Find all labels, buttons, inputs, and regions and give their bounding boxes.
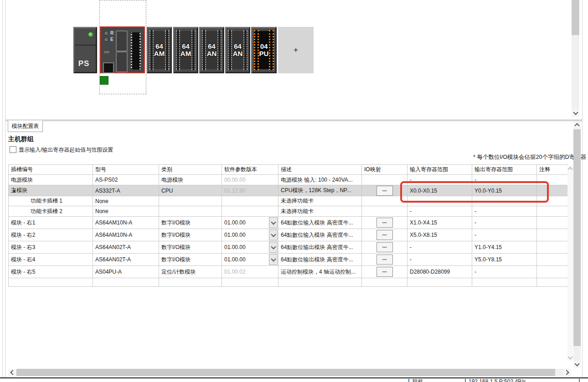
cell-version: 01.12.80: [224, 188, 246, 194]
panel-splitter[interactable]: [5, 120, 582, 120]
cell-category: 电源模块: [159, 175, 222, 185]
terminal-pins-icon: [176, 30, 180, 70]
tab-label: 模块配置表: [12, 122, 39, 130]
table-row-card-slot1[interactable]: 功能卡插槽 1 None 未选择功能卡 - -: [9, 196, 568, 206]
cpu-module[interactable]: R E: [100, 26, 145, 73]
cell-slot: 模块 - 右4: [9, 254, 93, 266]
scrollbar-thumb[interactable]: [573, 129, 581, 346]
cell-input-range: -: [407, 254, 472, 266]
version-dropdown[interactable]: [269, 217, 278, 228]
io-mapping-button[interactable]: ...: [377, 218, 393, 228]
chevron-down-icon: [271, 244, 276, 249]
chevron-right-icon: [564, 370, 569, 375]
io-mapping-button[interactable]: ...: [377, 242, 393, 252]
power-supply-module[interactable]: PS: [73, 27, 97, 73]
version-dropdown[interactable]: [269, 229, 278, 240]
cell-output-range: Y1.0-Y4.15: [472, 241, 537, 254]
col-header-model[interactable]: 型号: [93, 165, 159, 175]
scroll-down-button[interactable]: [573, 361, 581, 368]
status-green-square: [100, 76, 108, 85]
table-row-power[interactable]: 电源模块 AS-PS02 电源模块 00.00.00 电源模块 输入: 100 …: [9, 175, 568, 185]
expander-icon[interactable]: [12, 189, 15, 193]
cell-comment: [537, 254, 568, 266]
table-row-right2[interactable]: 模块 - 右2 AS64AM10N-A 数字I/O模块 01.00.00 64點…: [9, 229, 568, 241]
io-module-right4[interactable]: 64AN: [225, 27, 250, 73]
table-row-empty[interactable]: [9, 278, 568, 287]
add-module-slot[interactable]: +: [278, 27, 314, 73]
horizontal-scrollbar[interactable]: [8, 369, 571, 376]
col-header-comment[interactable]: 注释: [537, 165, 568, 175]
table-row-cpu-selected[interactable]: 主模块 AS332T-A CPU 01.12.80 CPU模块，128K Ste…: [9, 185, 568, 196]
cell-slot: [9, 278, 93, 287]
table-row-right1[interactable]: 模块 - 右1 AS64AM10N-A 数字I/O模块 01.00.00 64點…: [9, 217, 568, 229]
cell-description: 未选择功能卡: [279, 196, 362, 206]
scroll-left-button[interactable]: [8, 369, 16, 376]
tabstrip-line: [5, 121, 582, 121]
io-module-right2[interactable]: 64AM: [173, 27, 198, 73]
terminal-pins-icon: [228, 30, 232, 70]
cell-comment: [537, 241, 568, 254]
cell-input-range: -: [407, 241, 472, 254]
io-mapping-button[interactable]: ...: [377, 230, 393, 240]
cell-version: [222, 278, 279, 287]
table-row-right3[interactable]: 模块 - 右3 AS64AN02T-A 数字I/O模块 01.00.00 64點…: [9, 241, 568, 254]
cell-output-range: -: [472, 266, 537, 278]
version-dropdown[interactable]: [269, 242, 278, 253]
cell-model: [93, 278, 159, 287]
version-dropdown[interactable]: [269, 254, 278, 265]
module-face-label: 64AM: [154, 43, 165, 57]
scrollbar-thumb[interactable]: [16, 369, 555, 376]
cell-slot: 模块 - 右3: [9, 241, 93, 254]
col-header-version[interactable]: 软件参数版本: [222, 165, 279, 175]
col-header-output-range[interactable]: 输出寄存器范围: [472, 165, 537, 175]
chevron-left-icon: [10, 370, 15, 375]
terminal-pins-icon: [150, 30, 154, 70]
scroll-down-button[interactable]: [572, 109, 579, 117]
terminal-pins-icon: [254, 30, 259, 70]
cell-comment: [537, 229, 568, 241]
chevron-down-icon: [271, 256, 276, 261]
show-register-range-checkbox[interactable]: [10, 146, 16, 153]
panel-vertical-scrollbar[interactable]: [573, 121, 581, 368]
col-header-io-mapping[interactable]: IO映射: [362, 165, 407, 175]
rack-vertical-scrollbar[interactable]: [572, 0, 579, 117]
positioning-module-right5[interactable]: 04PU: [251, 27, 277, 73]
group-title: 主机群组: [8, 135, 34, 143]
cpu-switch-mark: [104, 51, 109, 53]
io-mapping-button[interactable]: ...: [377, 186, 393, 196]
table-vertical-scrollbar[interactable]: [567, 165, 573, 361]
scrollbar-thumb[interactable]: [572, 0, 579, 35]
cell-input-range: -: [407, 175, 472, 185]
cell-output-range: -: [472, 206, 537, 217]
scroll-up-button[interactable]: [567, 165, 573, 172]
chevron-down-icon: [271, 232, 276, 237]
run-led-label: R: [110, 31, 113, 36]
io-mapping-button[interactable]: ...: [377, 267, 393, 277]
cell-io-mapping: [362, 175, 407, 185]
table-row-card-slot2[interactable]: 功能卡插槽 2 None 未选择功能卡 - -: [9, 206, 568, 217]
col-header-description[interactable]: 描述: [279, 165, 362, 175]
col-header-input-range[interactable]: 输入寄存器范围: [407, 165, 472, 175]
cell-output-range: Y5.0-Y8.15: [472, 254, 537, 266]
scroll-up-button[interactable]: [573, 121, 581, 128]
table-row-right4[interactable]: 模块 - 右4 AS64AN02T-A 数字I/O模块 01.00.00 64點…: [9, 254, 568, 266]
module-face-label: 04PU: [259, 43, 269, 57]
cell-category: [159, 206, 222, 217]
col-header-slot[interactable]: 插槽编号: [9, 165, 93, 175]
cell-category: [159, 278, 222, 287]
scroll-down-button[interactable]: [567, 354, 573, 361]
cpu-card-slot-2: [116, 51, 128, 72]
right-border-line: [582, 0, 583, 377]
scroll-right-button[interactable]: [563, 369, 571, 376]
cell-output-range: Y0.0-Y0.15: [472, 185, 537, 196]
header-row: 插槽编号 型号 类别 软件参数版本 描述 IO映射 输入寄存器范围 输出寄存器范…: [9, 165, 568, 175]
cell-input-range: X5.0-X8.15: [407, 229, 472, 241]
io-module-right3[interactable]: 64AN: [199, 27, 224, 73]
io-mapping-button[interactable]: ...: [377, 255, 393, 265]
io-module-right1[interactable]: 64AM: [147, 27, 172, 73]
table-row-right5[interactable]: 模块 - 右5 AS04PU-A 定位/计数模块 01.00.02 运动控制模块…: [9, 266, 568, 278]
col-header-category[interactable]: 类别: [159, 165, 222, 175]
terminal-pins-icon: [243, 30, 248, 70]
cell-version: 01.00.00: [224, 219, 246, 226]
tab-module-config-table[interactable]: 模块配置表: [8, 121, 43, 132]
